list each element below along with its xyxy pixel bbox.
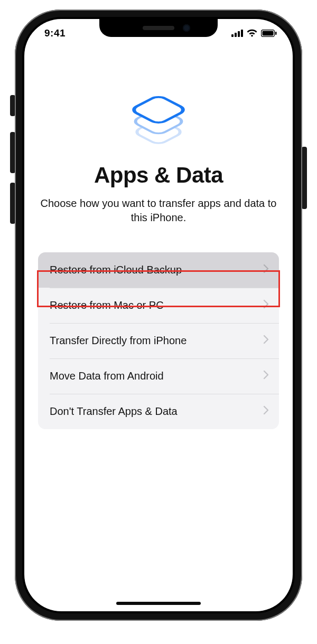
option-label: Restore from iCloud Backup	[50, 264, 182, 276]
status-icons	[231, 26, 280, 37]
chevron-right-icon	[263, 264, 269, 276]
status-time: 9:41	[37, 24, 66, 39]
svg-rect-3	[241, 30, 243, 37]
option-dont-transfer[interactable]: Don't Transfer Apps & Data	[38, 394, 279, 429]
phone-bezel: 9:41	[22, 17, 295, 613]
option-restore-mac-pc[interactable]: Restore from Mac or PC	[38, 288, 279, 323]
front-camera	[183, 24, 190, 32]
option-label: Don't Transfer Apps & Data	[50, 405, 178, 418]
wifi-icon	[246, 29, 258, 37]
speaker-grille	[143, 26, 174, 30]
chevron-right-icon	[263, 299, 269, 311]
power-button[interactable]	[302, 147, 307, 209]
svg-rect-5	[263, 31, 274, 36]
options-list: Restore from iCloud Backup Restore from …	[38, 252, 279, 429]
page-subtitle: Choose how you want to transfer apps and…	[38, 196, 279, 225]
svg-rect-1	[235, 33, 237, 37]
option-label: Transfer Directly from iPhone	[50, 335, 187, 347]
phone-frame: 9:41	[15, 10, 302, 621]
option-transfer-iphone[interactable]: Transfer Directly from iPhone	[38, 323, 279, 358]
battery-icon	[261, 30, 277, 37]
cellular-signal-icon	[231, 30, 243, 37]
option-label: Move Data from Android	[50, 370, 164, 382]
chevron-right-icon	[263, 370, 269, 382]
option-restore-icloud[interactable]: Restore from iCloud Backup	[38, 252, 279, 288]
home-indicator[interactable]	[116, 602, 201, 605]
notch	[99, 19, 218, 37]
page-title: Apps & Data	[38, 163, 279, 188]
apps-data-hero-icon	[38, 86, 279, 149]
chevron-right-icon	[263, 405, 269, 418]
option-label: Restore from Mac or PC	[50, 299, 164, 311]
phone-screen: 9:41	[24, 19, 293, 611]
chevron-right-icon	[263, 335, 269, 347]
setup-content: Apps & Data Choose how you want to trans…	[24, 82, 293, 429]
svg-rect-6	[275, 32, 277, 35]
svg-rect-0	[231, 34, 234, 37]
option-move-android[interactable]: Move Data from Android	[38, 358, 279, 394]
svg-rect-2	[238, 31, 240, 37]
